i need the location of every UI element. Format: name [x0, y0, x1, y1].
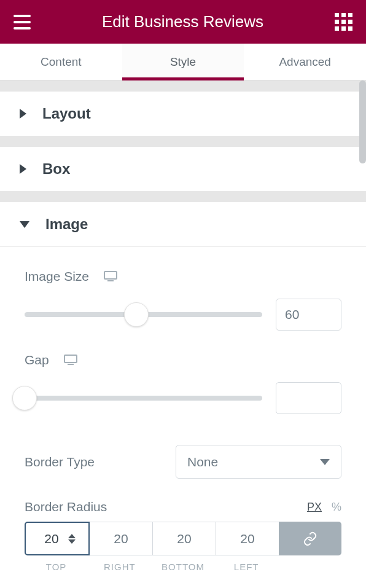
radius-top-input[interactable]	[39, 531, 64, 546]
caret-down-icon	[20, 221, 29, 228]
image-size-slider-row	[25, 299, 341, 331]
caret-right-icon	[20, 109, 26, 119]
label-right: RIGHT	[88, 562, 151, 572]
border-type-label: Border Type	[25, 455, 95, 469]
label-spacer	[278, 562, 341, 572]
unit-px[interactable]: PX	[307, 501, 322, 514]
label-top: TOP	[25, 562, 88, 572]
gap-label: Gap	[25, 353, 49, 367]
radius-right-input[interactable]	[106, 531, 136, 546]
link-icon	[303, 531, 317, 546]
image-size-label: Image Size	[25, 269, 89, 284]
section-image-title: Image	[45, 216, 88, 233]
image-size-input[interactable]	[276, 299, 341, 331]
desktop-icon[interactable]	[104, 271, 117, 282]
section-image-header[interactable]: Image	[0, 202, 366, 246]
border-type-select[interactable]: None	[176, 445, 341, 479]
radius-left-input[interactable]	[232, 531, 263, 546]
tab-content[interactable]: Content	[0, 44, 122, 80]
section-image-body: Image Size Gap	[0, 246, 366, 588]
gap-input[interactable]	[276, 382, 341, 414]
scrollbar[interactable]	[359, 80, 366, 163]
radius-right-box[interactable]	[90, 522, 152, 555]
dimension-boxes	[25, 522, 341, 555]
radius-bottom-box[interactable]	[152, 522, 216, 555]
gap	[0, 191, 366, 202]
tab-style[interactable]: Style	[122, 44, 244, 80]
image-size-row: Image Size	[25, 247, 341, 284]
border-radius-row: Border Radius PX %	[25, 500, 341, 514]
border-type-row: Border Type None	[25, 445, 341, 479]
spinner-icon[interactable]	[68, 534, 76, 544]
sections: Layout Box Image Image Size Gap	[0, 80, 366, 588]
caret-right-icon	[20, 164, 26, 174]
gap	[0, 136, 366, 147]
radius-bottom-input[interactable]	[169, 531, 200, 546]
section-box-title: Box	[42, 160, 70, 178]
tab-advanced[interactable]: Advanced	[244, 44, 366, 80]
gap-row: Gap	[25, 331, 341, 367]
section-layout-title: Layout	[42, 105, 91, 122]
section-box-header[interactable]: Box	[0, 147, 366, 191]
header: Edit Business Reviews	[0, 0, 366, 44]
link-values-button[interactable]	[279, 522, 341, 555]
radius-left-box[interactable]	[216, 522, 279, 555]
gap-slider-row	[25, 382, 341, 414]
label-left: LEFT	[215, 562, 278, 572]
tabs: Content Style Advanced	[0, 44, 366, 80]
border-radius-label: Border Radius	[25, 500, 107, 514]
gap-slider[interactable]	[25, 386, 262, 410]
image-size-slider[interactable]	[25, 302, 262, 327]
unit-labels: PX %	[307, 501, 341, 514]
chevron-down-icon	[320, 459, 330, 465]
label-bottom: BOTTOM	[151, 562, 214, 572]
unit-percent[interactable]: %	[332, 501, 341, 514]
desktop-icon[interactable]	[64, 355, 77, 366]
section-layout-header[interactable]: Layout	[0, 92, 366, 136]
radius-top-box[interactable]	[25, 522, 90, 555]
border-type-value: None	[187, 455, 218, 469]
header-title: Edit Business Reviews	[102, 12, 263, 31]
apps-grid-icon[interactable]	[335, 13, 352, 31]
hamburger-icon[interactable]	[14, 15, 31, 29]
dimension-labels: TOP RIGHT BOTTOM LEFT	[25, 562, 341, 572]
gap	[0, 80, 366, 92]
